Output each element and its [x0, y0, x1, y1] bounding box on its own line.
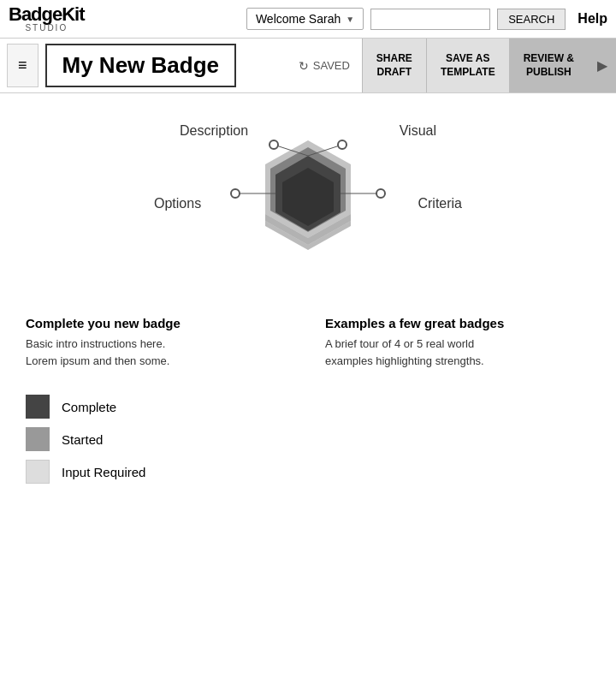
info-left-text: Basic intro instructions here.Lorem ipsu…: [26, 336, 291, 369]
chevron-down-icon: ▼: [346, 15, 354, 24]
review-publish-button[interactable]: REVIEW & PUBLISH: [509, 39, 588, 92]
diagram-area: Description Visual Options Criteria: [26, 110, 590, 299]
welcome-dropdown[interactable]: Welcome Sarah ▼: [246, 8, 364, 30]
legend-item-complete: Complete: [26, 395, 590, 419]
swatch-complete: [26, 395, 50, 419]
review-publish-arrow[interactable]: ▶: [588, 39, 616, 92]
legend-label-started: Started: [62, 432, 103, 447]
welcome-label: Welcome Sarah: [256, 12, 341, 26]
search-input[interactable]: [370, 9, 490, 30]
svg-point-7: [338, 140, 346, 149]
saved-indicator: ↻ SAVED: [287, 39, 362, 92]
legend-item-required: Input Required: [26, 460, 590, 484]
hamburger-button[interactable]: ≡: [7, 44, 38, 87]
brand: BadgeKit STUDIO: [9, 5, 85, 33]
legend: Complete Started Input Required: [26, 395, 590, 484]
svg-point-5: [270, 140, 278, 149]
main-content: Description Visual Options Criteria: [0, 93, 616, 501]
svg-point-9: [231, 189, 240, 198]
legend-label-complete: Complete: [62, 400, 116, 414]
info-right: Examples a few great badges A brief tour…: [325, 316, 590, 369]
legend-label-required: Input Required: [62, 465, 145, 479]
info-left-title: Complete you new badge: [26, 316, 291, 330]
hex-diagram-svg: [154, 115, 462, 294]
info-right-text: A brief tour of 4 or 5 real worldexample…: [325, 336, 590, 369]
top-nav: BadgeKit STUDIO Welcome Sarah ▼ SEARCH H…: [0, 0, 616, 39]
swatch-required: [26, 460, 50, 484]
info-left: Complete you new badge Basic intro instr…: [26, 316, 291, 369]
refresh-icon: ↻: [299, 59, 309, 73]
search-button[interactable]: SEARCH: [497, 9, 566, 30]
save-template-button[interactable]: SAVE AS TEMPLATE: [426, 39, 509, 92]
swatch-started: [26, 427, 50, 451]
svg-point-11: [376, 189, 385, 198]
info-right-title: Examples a few great badges: [325, 316, 590, 330]
brand-name: BadgeKit: [9, 5, 85, 24]
toolbar: ≡ My New Badge ↻ SAVED SHARE DRAFT SAVE …: [0, 39, 616, 93]
brand-sub: STUDIO: [9, 24, 85, 33]
share-draft-button[interactable]: SHARE DRAFT: [362, 39, 426, 92]
help-link[interactable]: Help: [578, 11, 607, 27]
badge-title: My New Badge: [45, 44, 237, 87]
saved-label: SAVED: [313, 59, 350, 72]
legend-item-started: Started: [26, 427, 590, 451]
info-row: Complete you new badge Basic intro instr…: [26, 316, 590, 369]
